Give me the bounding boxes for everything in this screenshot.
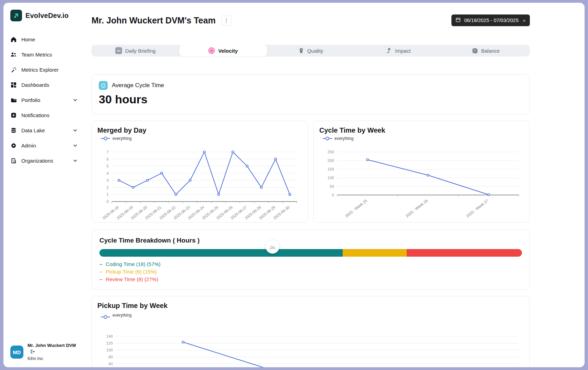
review-time-segment [407, 249, 522, 257]
tab-impact[interactable]: Impact [354, 45, 442, 56]
cycle-refresh-icon [99, 81, 108, 90]
date-range-picker[interactable]: 06/18/2025 - 07/03/2025 × [451, 14, 530, 26]
chart-title: Cycle Time by Week [319, 126, 525, 134]
tab-balance[interactable]: Balance [442, 45, 530, 56]
velocity-gauge-icon [208, 47, 215, 54]
calendar-icon [456, 17, 461, 23]
sidebar-item-label: Home [21, 37, 35, 42]
medal-icon [298, 48, 304, 54]
sidebar-item-label: Data Lake [21, 127, 45, 133]
svg-text:140: 140 [106, 334, 113, 338]
grid-icon [10, 82, 17, 88]
user-name: Mr. John Wuckert DVM [28, 343, 76, 348]
breakdown-legend-pickup: –Pickup Time (6) (15%) [99, 269, 522, 275]
pickup-time-by-week-chart: 0204060801001201402025 - Week 252025 - W… [97, 325, 525, 367]
mountains-icon [269, 244, 276, 249]
svg-text:200: 200 [328, 158, 334, 163]
breakdown-stacked-bar [99, 249, 522, 257]
page-header: Mr. John Wuckert DVM's Team ⋮ 06/18/2025… [92, 14, 530, 26]
sidebar-item-notifications[interactable]: Notifications [10, 107, 79, 123]
legend-label: everything [113, 313, 131, 318]
logout-icon[interactable] [30, 349, 76, 355]
sidebar-item-portfolio[interactable]: Portfolio [10, 92, 79, 107]
sidebar-item-label: Portfolio [21, 97, 40, 103]
tab-quality[interactable]: Quality [267, 45, 355, 56]
sidebar-item-data-lake[interactable]: Data Lake [10, 123, 79, 138]
sidebar-item-home[interactable]: Home [10, 32, 79, 47]
chart-legend: everything [101, 136, 303, 141]
kebab-menu-button[interactable]: ⋮ [221, 15, 232, 25]
svg-text:5: 5 [107, 164, 109, 168]
user-profile[interactable]: MD Mr. John Wuckert DVM Kihn Inc [10, 343, 79, 361]
tab-velocity[interactable]: Velocity [179, 45, 267, 56]
breakdown-title: Cycle Time Breakdown ( Hours ) [99, 237, 522, 244]
svg-text:100: 100 [106, 348, 113, 352]
legend-marker-icon [323, 136, 332, 141]
svg-text:250: 250 [328, 150, 334, 154]
svg-text:2: 2 [107, 185, 109, 189]
tab-label: Balance [481, 48, 500, 54]
legend-label: everything [113, 136, 131, 141]
main-area: Mr. John Wuckert DVM's Team ⋮ 06/18/2025… [83, 3, 585, 367]
chart-title: Pickup Time by Week [97, 302, 524, 310]
sidebar-item-organizations[interactable]: Organizations [10, 153, 79, 168]
brand-logo [10, 10, 22, 21]
cycle-time-by-week-card: Cycle Time by Week everything 0501001502… [313, 121, 530, 223]
svg-text:150: 150 [328, 167, 334, 171]
svg-text:3: 3 [107, 178, 109, 182]
user-company: Kihn Inc [28, 356, 76, 361]
chevron-down-icon [73, 99, 77, 101]
chart-legend: everything [101, 311, 524, 319]
chart-legend: everything [323, 136, 525, 141]
sidebar-item-label: Notifications [21, 112, 50, 118]
legend-marker-icon [101, 136, 110, 141]
close-icon[interactable]: × [523, 18, 526, 23]
svg-text:2025 - Week 25: 2025 - Week 25 [344, 198, 368, 218]
legend-label: everything [334, 136, 353, 141]
breakdown-legend-coding: –Coding Time (18) (57%) [99, 261, 522, 267]
svg-text:100: 100 [328, 176, 334, 180]
home-icon [10, 36, 17, 42]
sidebar: EvolveDev.io Home Team Metrics Metrics E… [3, 3, 83, 367]
svg-text:0: 0 [332, 193, 334, 197]
svg-text:120: 120 [106, 341, 113, 345]
brand: EvolveDev.io [10, 10, 79, 21]
sidebar-item-label: Team Metrics [21, 52, 52, 58]
kebab-menu-icon: ⋮ [224, 17, 229, 24]
gear-icon [10, 142, 17, 148]
code-icon: </> [115, 47, 122, 54]
coding-time-segment [99, 249, 343, 257]
tab-daily-briefing[interactable]: </> Daily Briefing [92, 45, 179, 56]
database-icon [10, 127, 17, 133]
pickup-time-segment [343, 249, 407, 257]
sidebar-item-metrics-explorer[interactable]: Metrics Explorer [10, 62, 79, 77]
page-title: Mr. John Wuckert DVM's Team [92, 16, 216, 25]
svg-text:2025 - Week 27: 2025 - Week 27 [466, 198, 489, 218]
svg-text:1: 1 [107, 192, 109, 196]
view-tabs: </> Daily Briefing Velocity Quality Impa… [92, 45, 530, 56]
svg-text:50: 50 [330, 184, 334, 188]
sidebar-item-team-metrics[interactable]: Team Metrics [10, 47, 79, 62]
svg-text:2025 - Week 26: 2025 - Week 26 [405, 198, 428, 218]
seedling-icon [386, 48, 392, 54]
tab-label: Velocity [218, 48, 238, 54]
breakdown-legend-review: –Review Time (8) (27%) [99, 276, 522, 282]
breakdown-legend: –Coding Time (18) (57%) –Pickup Time (6)… [99, 261, 522, 282]
plus-square-icon [10, 112, 17, 118]
sidebar-item-admin[interactable]: Admin [10, 138, 79, 153]
average-cycle-time-card: Average Cycle Time 30 hours [92, 74, 530, 114]
sidebar-item-label: Organizations [21, 158, 53, 164]
svg-text:6: 6 [107, 157, 109, 161]
tab-label: Daily Briefing [125, 48, 156, 54]
merged-by-day-card: Merged by Day everything 012345672025-06… [92, 121, 308, 223]
brand-name: EvolveDev.io [25, 12, 68, 20]
tab-label: Quality [307, 48, 323, 54]
chart-title: Merged by Day [97, 126, 303, 134]
svg-text:60: 60 [108, 362, 113, 366]
chevron-down-icon [73, 160, 77, 162]
cycle-time-by-week-chart: 0501001502002502025 - Week 252025 - Week… [319, 143, 525, 220]
tab-label: Impact [395, 48, 410, 54]
legend-marker-icon [101, 315, 110, 319]
sidebar-item-dashboards[interactable]: Dashboards [10, 77, 79, 92]
chevron-down-icon [73, 129, 77, 132]
